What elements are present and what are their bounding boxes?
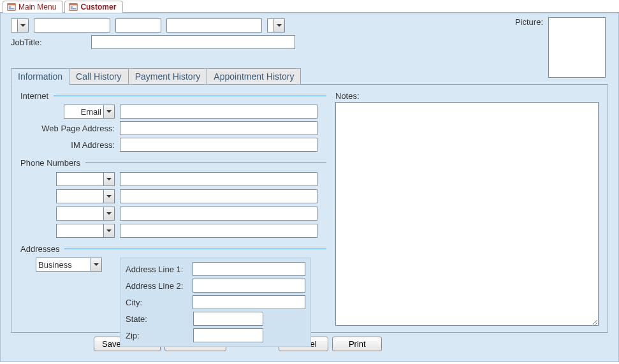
tab-customer-label: Customer	[80, 3, 116, 11]
addr-line1-label: Address Line 1:	[126, 265, 189, 274]
information-panel: Internet Email Web Page Address: IM Addr…	[11, 84, 608, 333]
notes-label: Notes:	[335, 91, 599, 101]
phone-group: Phone Numbers	[20, 158, 326, 238]
phone4-input[interactable]	[120, 224, 317, 238]
email-type-combo[interactable]: Email	[64, 105, 115, 119]
addresses-legend: Addresses	[20, 244, 59, 254]
tab-appointment-history[interactable]: Appointment History	[207, 68, 301, 85]
tab-main-menu[interactable]: Main Menu	[3, 1, 63, 13]
phone-legend: Phone Numbers	[20, 158, 80, 168]
im-label: IM Address:	[71, 140, 115, 150]
phone3-input[interactable]	[120, 207, 317, 221]
addr-line2-input[interactable]	[193, 279, 305, 293]
email-input[interactable]	[120, 105, 317, 119]
chevron-down-icon	[103, 173, 114, 186]
tab-customer[interactable]: Customer	[64, 1, 123, 13]
phone1-input[interactable]	[120, 172, 317, 186]
address-panel: Address Line 1: Address Line 2: City: St…	[120, 258, 311, 347]
form-icon	[7, 3, 16, 11]
jobtitle-label: JobTitle:	[11, 38, 87, 47]
addr-line2-label: Address Line 2:	[126, 281, 189, 291]
webpage-label: Web Page Address:	[41, 124, 115, 133]
chevron-down-icon	[17, 19, 28, 32]
addr-zip-label: Zip:	[126, 331, 189, 340]
im-input[interactable]	[120, 138, 317, 152]
picture-label: Picture:	[515, 17, 543, 27]
internet-legend: Internet	[20, 91, 48, 101]
tab-information[interactable]: Information	[11, 68, 69, 85]
addresses-group: Addresses Business Address Line 1: Addre…	[20, 244, 326, 347]
address-type-combo[interactable]: Business	[36, 258, 102, 272]
addr-line1-input[interactable]	[193, 262, 305, 276]
tab-main-menu-label: Main Menu	[18, 3, 56, 11]
form-icon	[69, 3, 78, 11]
addr-city-label: City:	[126, 298, 189, 307]
chevron-down-icon	[103, 190, 114, 203]
chevron-down-icon	[91, 258, 101, 271]
internet-group: Internet Email Web Page Address: IM Addr…	[20, 91, 326, 152]
webpage-input[interactable]	[120, 121, 317, 135]
svg-rect-3	[9, 8, 15, 10]
document-tabs: Main Menu Customer	[0, 0, 619, 13]
svg-rect-6	[71, 6, 73, 8]
customer-form: JobTitle: Picture: Information Call Hist…	[0, 13, 619, 362]
chevron-down-icon	[103, 224, 114, 237]
middle-name-input[interactable]	[115, 18, 161, 33]
phone2-input[interactable]	[120, 189, 317, 203]
chevron-down-icon	[273, 19, 284, 32]
suffix-combo[interactable]	[267, 18, 285, 33]
phone1-type-combo[interactable]	[56, 172, 115, 186]
phone4-type-combo[interactable]	[56, 224, 115, 238]
svg-rect-2	[9, 6, 11, 8]
detail-tabstrip: Information Call History Payment History…	[11, 68, 608, 85]
addr-state-label: State:	[126, 314, 189, 324]
svg-rect-1	[8, 4, 15, 6]
jobtitle-input[interactable]	[91, 35, 295, 49]
chevron-down-icon	[103, 105, 114, 118]
addr-zip-input[interactable]	[193, 328, 263, 342]
phone2-type-combo[interactable]	[56, 189, 115, 203]
last-name-input[interactable]	[166, 18, 262, 33]
phone3-type-combo[interactable]	[56, 207, 115, 221]
first-name-input[interactable]	[34, 18, 110, 33]
title-prefix-combo[interactable]	[11, 18, 29, 33]
svg-rect-7	[71, 8, 76, 10]
print-button[interactable]: Print	[332, 337, 382, 351]
notes-input[interactable]	[335, 102, 599, 326]
addr-state-input[interactable]	[193, 312, 263, 326]
svg-rect-5	[69, 4, 77, 6]
chevron-down-icon	[103, 207, 114, 220]
tab-call-history[interactable]: Call History	[69, 68, 129, 85]
tab-payment-history[interactable]: Payment History	[128, 68, 208, 85]
addr-city-input[interactable]	[193, 295, 305, 309]
